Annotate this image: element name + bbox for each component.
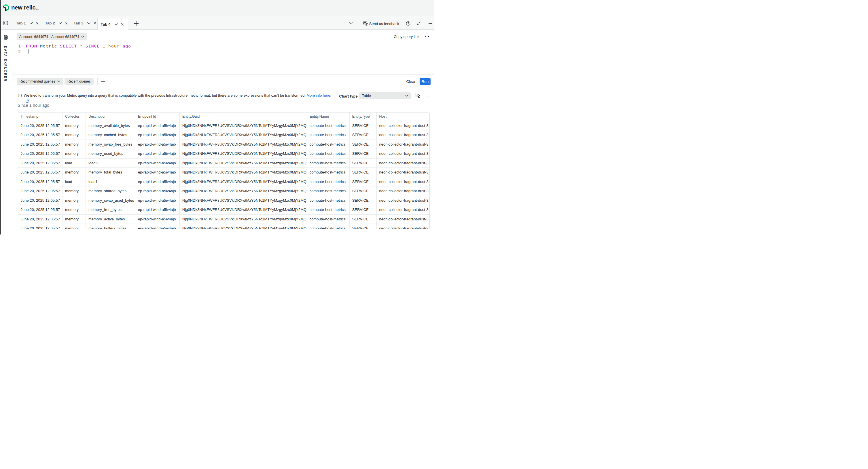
column-header[interactable]: Entity.Type [349, 112, 376, 121]
table-cell: ep-rapid-wind-a5iv4ajb [135, 187, 179, 196]
query-more-options-icon[interactable] [425, 35, 429, 39]
database-icon[interactable] [4, 35, 8, 40]
tab-divider [71, 21, 71, 26]
tab-2[interactable]: Tab 2 [45, 16, 68, 30]
table-cell: ep-rapid-wind-a5iv4ajb [135, 149, 179, 159]
table-cell: SERVICE [349, 140, 376, 149]
collapse-icon[interactable] [416, 21, 421, 26]
column-header[interactable]: Collector [62, 112, 86, 121]
recommended-chevron-down-icon [57, 80, 60, 82]
table-row[interactable]: June 20, 2025 12:05:57loadload5ep-rapid-… [18, 159, 430, 168]
table-cell: ep-rapid-wind-a5iv4ajb [135, 205, 179, 215]
table-cell: ep-rapid-wind-a5iv4ajb [135, 168, 179, 177]
tab-4-chevron-down-icon[interactable] [115, 23, 118, 25]
table-cell: memory_total_bytes [86, 168, 135, 177]
tabbar-chevron-down-icon[interactable] [349, 21, 353, 26]
table-row[interactable]: June 20, 2025 12:05:57memorymemory_swap_… [18, 140, 430, 149]
table-cell: memory_swap_used_bytes [86, 196, 135, 205]
table-cell: memory_available_bytes [86, 121, 135, 131]
column-header[interactable]: Endpoint Id [135, 112, 179, 121]
tab-1[interactable]: Tab 1 [16, 16, 39, 30]
divider [13, 89, 434, 89]
table-cell: memory_shared_bytes [86, 187, 135, 196]
column-header[interactable]: Description [86, 112, 135, 121]
column-header[interactable]: Timestamp [18, 112, 62, 121]
sidebar: DATA EXPLORER [1, 30, 13, 234]
table-cell: SERVICE [349, 149, 376, 159]
recommended-queries-button[interactable]: Recommended queries [17, 78, 63, 85]
table-row[interactable]: June 20, 2025 12:05:57memorymemory_buffe… [18, 224, 430, 229]
table-cell: June 20, 2025 12:05:57 [18, 159, 62, 168]
tab-1-close-icon[interactable] [36, 22, 39, 25]
table-cell: neon-collector-fragrant-dust-3 [376, 215, 430, 224]
table-row[interactable]: June 20, 2025 12:05:57loadload1ep-rapid-… [18, 177, 430, 187]
minimize-icon[interactable] [429, 23, 432, 24]
results-table: TimestampCollectorDescriptionEndpoint Id… [18, 112, 430, 229]
line-number: 2 [18, 49, 21, 55]
new-relic-logo[interactable]: new relic. ® [3, 4, 39, 11]
results-more-options-icon[interactable] [425, 95, 429, 99]
table-row[interactable]: June 20, 2025 12:05:57memorymemory_swap_… [18, 196, 430, 205]
copy-query-link-button[interactable]: Copy query link [394, 35, 420, 39]
table-row[interactable]: June 20, 2025 12:05:57memorymemory_activ… [18, 215, 430, 224]
code-token: FROM [26, 44, 37, 48]
table-cell: Njg0NDk3NHxFWFR8U0VSVklDRXwtMzY5NTc1MTYy… [179, 187, 307, 196]
tab-2-chevron-down-icon[interactable] [59, 22, 62, 24]
feedback-icon[interactable] [363, 21, 368, 26]
table-cell: Njg0NDk3NHxFWFR8U0VSVklDRXwtMzY5NTc1MTYy… [179, 121, 307, 131]
clear-button[interactable]: Clear [406, 79, 415, 84]
table-cell: load [62, 177, 86, 187]
external-link-icon[interactable] [25, 100, 29, 103]
table-cell: SERVICE [349, 187, 376, 196]
table-row[interactable]: June 20, 2025 12:05:57memorymemory_used_… [18, 149, 430, 159]
tab-3-close-icon[interactable] [94, 22, 96, 25]
sidebar-title: DATA EXPLORER [3, 46, 7, 82]
chart-edit-icon[interactable] [415, 93, 420, 98]
recent-queries-button[interactable]: Recent queries [64, 78, 94, 85]
table-cell: neon-collector-fragrant-dust-3 [376, 205, 430, 215]
table-cell: memory_cached_bytes [86, 130, 135, 140]
column-header[interactable]: Entity.Name [307, 112, 349, 121]
table-cell: memory_swap_free_bytes [86, 140, 135, 149]
editor-caret [29, 48, 29, 54]
terminal-icon[interactable] [3, 21, 8, 25]
table-row[interactable]: June 20, 2025 12:05:57memorymemory_share… [18, 187, 430, 196]
table-cell: June 20, 2025 12:05:57 [18, 140, 62, 149]
table-row[interactable]: June 20, 2025 12:05:57memorymemory_avail… [18, 121, 430, 131]
account-selector[interactable]: Account: 6844974 - Account 6844974 [17, 33, 87, 40]
toolbar-divider [358, 21, 358, 26]
table-row[interactable]: June 20, 2025 12:05:57memorymemory_free_… [18, 205, 430, 215]
table-cell: neon-collector-fragrant-dust-3 [376, 168, 430, 177]
chart-type-select[interactable]: Table [359, 92, 411, 100]
table-cell: load5 [86, 159, 135, 168]
table-row[interactable]: June 20, 2025 12:05:57memorymemory_total… [18, 168, 430, 177]
tab-4-close-icon[interactable] [121, 23, 124, 26]
code-token [37, 44, 40, 48]
tab-3[interactable]: Tab 3 [74, 16, 96, 30]
divider [13, 74, 434, 74]
column-header[interactable]: Host [376, 112, 430, 121]
table-cell: compute-host-metrics [307, 215, 349, 224]
table-row[interactable]: June 20, 2025 12:05:57memorymemory_cache… [18, 130, 430, 140]
table-cell: neon-collector-fragrant-dust-3 [376, 187, 430, 196]
more-info-link[interactable]: More info here. [307, 94, 331, 98]
add-tab-button[interactable] [134, 21, 139, 26]
send-feedback-button[interactable]: Send us feedback [369, 22, 399, 26]
code-token: * [80, 44, 83, 48]
tab-2-close-icon[interactable] [65, 22, 68, 25]
table-cell: Njg0NDk3NHxFWFR8U0VSVklDRXwtMzY5NTc1MTYy… [179, 140, 307, 149]
tab-3-chevron-down-icon[interactable] [87, 22, 90, 24]
column-header[interactable]: Entity.Guid [179, 112, 307, 121]
results-table-container: TimestampCollectorDescriptionEndpoint Id… [18, 112, 430, 229]
table-cell: SERVICE [349, 130, 376, 140]
table-cell: June 20, 2025 12:05:57 [18, 130, 62, 140]
help-icon[interactable] [406, 21, 410, 26]
tab-1-chevron-down-icon[interactable] [30, 22, 33, 24]
tab-bar: Tab 1 Tab 2 Tab 3 [1, 16, 434, 30]
toolbar-divider [403, 21, 403, 26]
add-query-icon[interactable] [101, 79, 105, 84]
table-cell: SERVICE [349, 177, 376, 187]
table-cell: Njg0NDk3NHxFWFR8U0VSVklDRXwtMzY5NTc1MTYy… [179, 205, 307, 215]
run-button[interactable]: Run [420, 78, 431, 85]
tab-4[interactable]: Tab 4 [97, 18, 128, 30]
